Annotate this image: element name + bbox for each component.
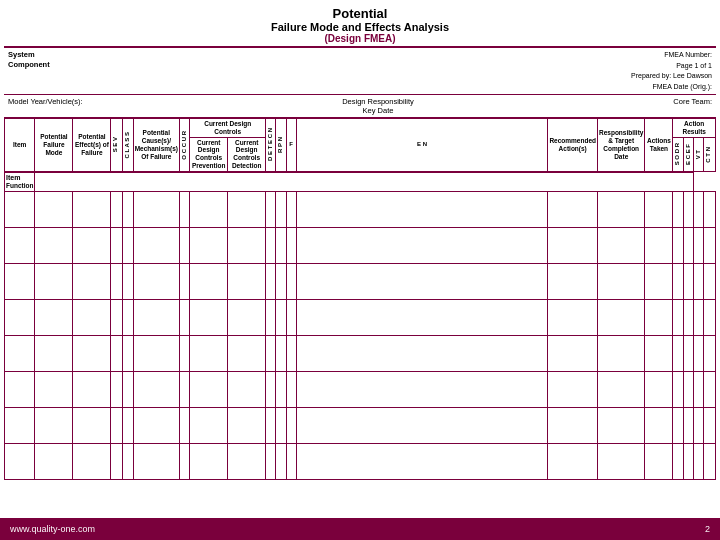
- cell-rec: [548, 191, 598, 227]
- fmea-table: Item Potential Failure Mode Potential Ef…: [4, 118, 716, 480]
- info-left: System Component: [8, 50, 50, 69]
- cell-cdp: [190, 191, 228, 227]
- cell-sev: [111, 191, 123, 227]
- prepared-by: Prepared by: Lee Dawson: [631, 71, 712, 82]
- model-year: Model Year/Vehicle(s):: [8, 97, 83, 115]
- cell-occ: [180, 191, 190, 227]
- title-line1: Potential: [0, 6, 720, 21]
- page-footer: www.quality-one.com 2: [0, 518, 720, 540]
- fmea-date: FMEA Date (Orig.):: [631, 82, 712, 93]
- cell-f: [286, 191, 296, 227]
- header-causes: Potential Cause(s)/ Mechanism(s) Of Fail…: [133, 119, 179, 172]
- header-e2: E C E F: [683, 137, 693, 172]
- cell-class: [123, 191, 133, 227]
- title-line2: Failure Mode and Effects Analysis: [0, 21, 720, 33]
- cell-pfm: [35, 191, 73, 227]
- header-en: E N: [296, 119, 548, 172]
- cell-cdd: [228, 191, 266, 227]
- table-row: [5, 407, 716, 443]
- table-row: [5, 371, 716, 407]
- footer-website: www.quality-one.com: [10, 524, 95, 534]
- cell-resp: [598, 191, 645, 227]
- header-pfe: Potential Effect(s) of Failure: [73, 119, 111, 172]
- header-recommended: Recommended Action(s): [548, 119, 598, 172]
- cell-v2: [693, 191, 703, 227]
- cell-ct2: [704, 191, 716, 227]
- system-label: System: [8, 50, 35, 59]
- title-line3: (Design FMEA): [0, 33, 720, 44]
- cell-act: [645, 191, 673, 227]
- page-info: Page 1 of 1: [631, 61, 712, 72]
- design-responsibility: Design Responsibility Key Date: [342, 97, 414, 115]
- header-f: F: [286, 119, 296, 172]
- header-occ: O C C U R: [180, 119, 190, 172]
- header-pfm: Potential Failure Mode: [35, 119, 73, 172]
- table-row: [5, 335, 716, 371]
- header-s2: S O D R: [673, 137, 683, 172]
- header-cdp: Current Design Controls Prevention: [190, 137, 228, 172]
- cell-causes: [133, 191, 179, 227]
- component-label: Component: [8, 60, 50, 69]
- table-row: [5, 227, 716, 263]
- header-action-results-group: Action Results: [673, 119, 716, 138]
- cell-det: [266, 191, 276, 227]
- header-rpn: R P N: [276, 119, 286, 172]
- page-header: Potential Failure Mode and Effects Analy…: [0, 0, 720, 46]
- table-row: [5, 299, 716, 335]
- footer-page-number: 2: [705, 524, 710, 534]
- cell-e2: [683, 191, 693, 227]
- cell-pfe: [73, 191, 111, 227]
- table-row: [5, 443, 716, 479]
- header-class: C L A S S: [123, 119, 133, 172]
- info-right: FMEA Number: Page 1 of 1 Prepared by: Le…: [631, 50, 712, 92]
- cell-s2: [673, 191, 683, 227]
- header-cdd: Current Design Controls Detection: [228, 137, 266, 172]
- cell-item: [5, 191, 35, 227]
- cell-rpn: [276, 191, 286, 227]
- header-sev: S E V: [111, 119, 123, 172]
- subheader-spacer: [35, 172, 693, 192]
- header-cdc-group: Current Design Controls: [190, 119, 266, 138]
- header-ct2: C T N: [704, 137, 716, 172]
- header-det: D E T E C N: [266, 119, 276, 172]
- fmea-number: FMEA Number:: [631, 50, 712, 61]
- core-team: Core Team:: [673, 97, 712, 115]
- header-actions-taken: Actions Taken: [645, 119, 673, 172]
- table-row: [5, 191, 716, 227]
- header-item: Item: [5, 119, 35, 172]
- table-row: [5, 263, 716, 299]
- header-item-func: Item Function: [5, 172, 35, 192]
- fmea-table-wrapper: Item Potential Failure Mode Potential Ef…: [0, 118, 720, 480]
- cell-en: [296, 191, 548, 227]
- header-responsibility: Responsibility & Target Completion Date: [598, 119, 645, 172]
- header-v2: V T: [693, 137, 703, 172]
